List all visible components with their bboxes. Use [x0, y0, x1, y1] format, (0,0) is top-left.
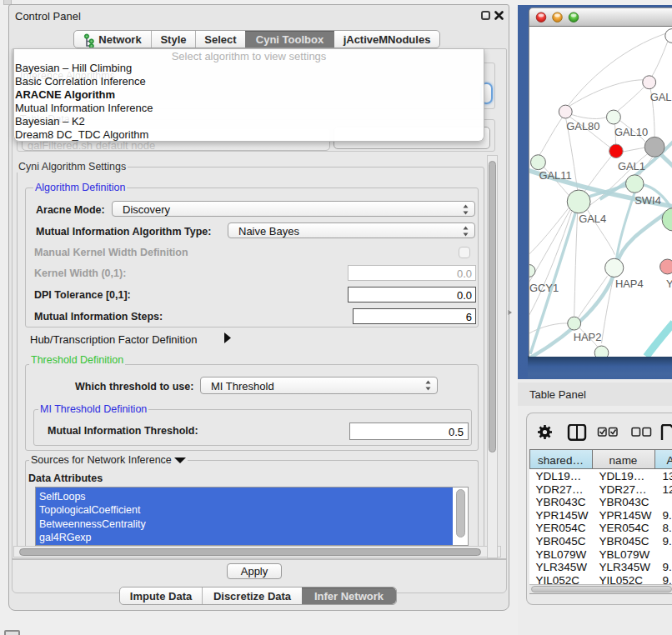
svg-text:GAL: GAL: [649, 90, 671, 102]
svg-text:GAL80: GAL80: [566, 119, 599, 132]
svg-text:Y: Y: [666, 278, 672, 290]
svg-text:GAL11: GAL11: [539, 168, 571, 181]
svg-text:GAL4: GAL4: [579, 212, 606, 224]
svg-text:HAP4: HAP4: [614, 278, 643, 290]
svg-text:GAL10: GAL10: [614, 125, 647, 138]
svg-text:SWI4: SWI4: [634, 194, 661, 207]
svg-text:GCY1: GCY1: [529, 281, 559, 293]
svg-text:GAL1: GAL1: [617, 160, 644, 172]
svg-text:HAP2: HAP2: [573, 331, 601, 343]
